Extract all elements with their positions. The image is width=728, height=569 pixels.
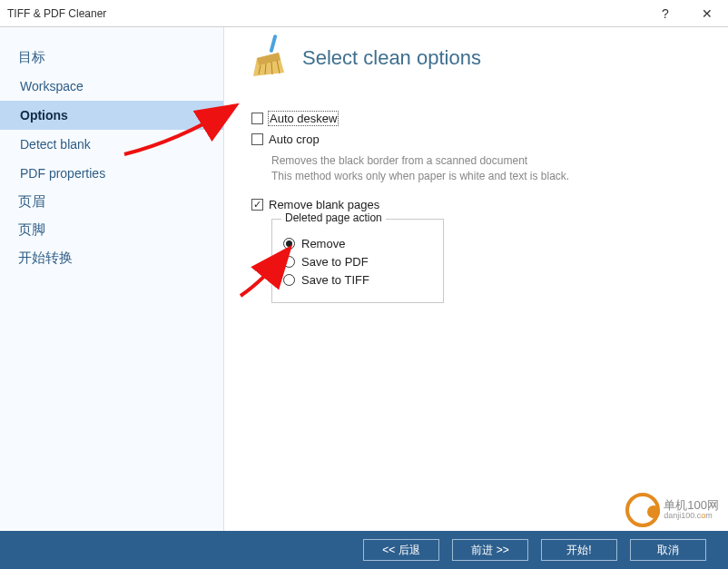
sidebar: 目标 Workspace Options Detect blank PDF pr… [0,27,224,531]
forward-button[interactable]: 前进 >> [452,539,528,561]
footer-bar: << 后退 前进 >> 开始! 取消 [0,531,728,569]
remove-blank-label: Remove blank pages [269,198,379,211]
auto-crop-hint: Removes the black border from a scanned … [271,153,710,185]
cancel-button[interactable]: 取消 [630,539,706,561]
window-title: TIFF & PDF Cleaner [7,7,644,20]
deleted-action-save-tiff-radio[interactable] [283,274,295,286]
remove-blank-checkbox[interactable] [251,199,263,211]
sidebar-item-start-convert[interactable]: 开始转换 [0,244,223,272]
sidebar-item-target[interactable]: 目标 [0,44,223,72]
watermark-logo-icon [625,493,660,527]
sidebar-item-header[interactable]: 页眉 [0,188,223,216]
sidebar-item-options[interactable]: Options [0,101,223,130]
auto-crop-checkbox[interactable] [251,133,263,145]
deleted-action-legend: Deleted page action [281,211,386,224]
svg-rect-0 [269,34,277,53]
page-heading: Select clean options [302,46,481,70]
sidebar-item-workspace[interactable]: Workspace [0,72,223,101]
watermark-line2: danji100.com [664,512,719,520]
deleted-action-remove-radio[interactable] [283,238,295,250]
content-pane: Select clean options Auto deskew Auto cr… [224,27,728,531]
start-button[interactable]: 开始! [541,539,617,561]
sidebar-item-footer[interactable]: 页脚 [0,216,223,244]
titlebar: TIFF & PDF Cleaner ? ✕ [0,0,728,27]
help-button[interactable]: ? [644,0,686,27]
back-button[interactable]: << 后退 [363,539,439,561]
deleted-action-remove-label: Remove [301,237,345,250]
broom-icon [251,34,290,81]
watermark: 单机100网 danji100.com [625,493,719,527]
deleted-action-save-pdf-radio[interactable] [283,256,295,268]
auto-crop-hint-1: Removes the black border from a scanned … [271,153,710,169]
watermark-line1: 单机100网 [664,499,719,512]
sidebar-item-pdf-properties[interactable]: PDF properties [0,159,223,188]
deleted-action-save-pdf-label: Save to PDF [301,255,369,269]
deleted-action-group: Deleted page action Remove Save to PDF S… [271,219,444,303]
deleted-action-save-tiff-label: Save to TIFF [301,273,369,287]
sidebar-item-detect-blank[interactable]: Detect blank [0,130,223,159]
auto-crop-label: Auto crop [269,132,320,146]
auto-deskew-checkbox[interactable] [251,113,263,124]
close-button[interactable]: ✕ [686,0,728,27]
auto-crop-hint-2: This method works only when paper is whi… [271,169,710,184]
auto-deskew-label: Auto deskew [269,112,338,125]
